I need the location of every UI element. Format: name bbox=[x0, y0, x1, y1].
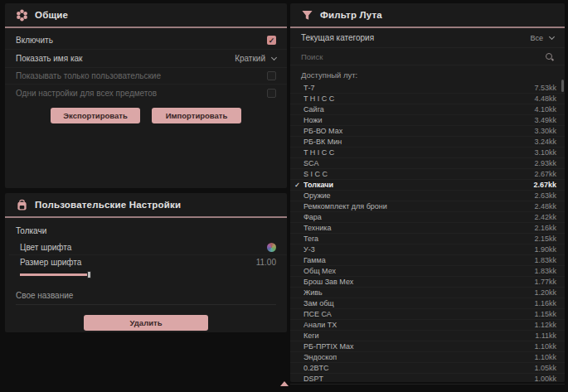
loot-list-item[interactable]: Кеги1.11kk bbox=[290, 331, 565, 341]
loot-item-value: 1.90kk bbox=[534, 245, 556, 254]
loot-item-value: 1.77kk bbox=[534, 278, 556, 286]
loot-list-item[interactable]: T H I C C3.10kk bbox=[290, 148, 565, 158]
loot-item-value: 2.63kk bbox=[534, 191, 556, 200]
loot-list-item[interactable]: Оружие2.63kk bbox=[290, 191, 565, 201]
loot-list-item[interactable]: Техника2.16kk bbox=[290, 223, 565, 234]
loot-item-name: ПСЕ СА bbox=[303, 310, 534, 318]
search-icon[interactable] bbox=[545, 52, 554, 61]
loot-item-value: 1.20kk bbox=[534, 288, 556, 297]
loot-item-value: 2.16kk bbox=[534, 224, 556, 232]
loot-list-item[interactable]: Сайга4.10kk bbox=[290, 104, 565, 115]
loot-item-value: 1.00kk bbox=[534, 375, 556, 383]
panel-title-loot: Фильтр Лута bbox=[320, 10, 382, 20]
loot-list-item[interactable]: Эндоскоп1.10kk bbox=[290, 352, 565, 363]
panel-title-custom: Пользовательские Настройки bbox=[35, 200, 181, 210]
loot-item-name: Толкачи bbox=[303, 181, 533, 189]
loot-item-value: 2.67kk bbox=[534, 170, 556, 178]
loot-list-item[interactable]: Фара2.42kk bbox=[290, 212, 565, 223]
loot-list-item[interactable]: ПСЕ СА1.15kk bbox=[290, 309, 565, 320]
loot-list-item[interactable]: 0.2BTC1.05kk bbox=[290, 363, 565, 374]
loot-list-item[interactable]: SCA2.93kk bbox=[290, 158, 565, 169]
loot-item-value: 1.83kk bbox=[534, 256, 556, 264]
loot-item-name: Гамма bbox=[303, 256, 534, 264]
loot-item-value: 1.16kk bbox=[534, 299, 556, 307]
loot-item-value: 1.10kk bbox=[534, 342, 556, 351]
loot-list-item[interactable]: S I C C2.67kk bbox=[290, 169, 565, 180]
loot-list-item[interactable]: Анали ТХ1.12kk bbox=[290, 320, 565, 331]
loot-list-item[interactable]: Ножи3.49kk bbox=[290, 115, 565, 126]
available-loot-label: Доступный лут: bbox=[290, 65, 565, 83]
loot-item-name: РБ-ВО Мах bbox=[303, 127, 534, 135]
loot-item-value: 2.15kk bbox=[534, 235, 556, 243]
slider-thumb[interactable] bbox=[87, 271, 91, 278]
mod-settings-window: Общие Включить Показать имя как Краткий … bbox=[0, 0, 568, 392]
name-display-dropdown[interactable]: Краткий bbox=[235, 54, 276, 63]
export-button[interactable]: Экспортировать bbox=[51, 108, 140, 123]
scrollbar-thumb[interactable] bbox=[561, 80, 564, 92]
dropdown-value: Краткий bbox=[235, 54, 265, 63]
panel-general: Общие Включить Показать имя как Краткий … bbox=[5, 3, 287, 188]
loot-item-name: Кеги bbox=[303, 332, 535, 340]
setting-label-same-settings: Одни настройки для всех предметов bbox=[16, 89, 157, 98]
loot-list-item[interactable]: РБ-ВО Мах3.30kk bbox=[290, 126, 565, 137]
loot-list-item[interactable]: DSPT1.00kk bbox=[290, 374, 565, 385]
same-settings-checkbox[interactable] bbox=[267, 89, 276, 98]
settings-flower-icon bbox=[16, 9, 28, 22]
loot-item-value: 2.48kk bbox=[534, 202, 556, 211]
category-row: Текущая категория Все bbox=[290, 28, 565, 48]
panel-title-general: Общие bbox=[35, 10, 68, 20]
font-size-slider[interactable] bbox=[20, 271, 276, 278]
loot-item-value: 3.49kk bbox=[534, 116, 556, 124]
collapse-handle-icon[interactable] bbox=[280, 381, 289, 386]
loot-list-item[interactable]: Общ Мех1.83kk bbox=[290, 266, 565, 277]
loot-item-name: SCA bbox=[303, 159, 534, 167]
delete-button[interactable]: Удалить bbox=[84, 315, 208, 331]
loot-list-item[interactable]: РБ-ПРТІХ Мах1.10kk bbox=[290, 341, 565, 352]
panel-general-header: Общие bbox=[5, 3, 287, 28]
loot-item-name: Техника bbox=[303, 224, 534, 232]
general-buttons-row: Экспортировать Импортировать bbox=[5, 108, 287, 123]
loot-item-name: Тега bbox=[303, 235, 534, 243]
funnel-icon bbox=[301, 9, 313, 22]
loot-item-name: У-3 bbox=[303, 245, 534, 254]
loot-list-item[interactable]: ✓Толкачи2.67kk bbox=[290, 180, 565, 191]
loot-item-value: 3.24kk bbox=[534, 138, 556, 146]
loot-list-item[interactable]: Ремкомплект для брони2.48kk bbox=[290, 201, 565, 212]
loot-item-name: S I C C bbox=[303, 170, 534, 178]
search-input[interactable] bbox=[301, 52, 545, 61]
panel-loot-header: Фильтр Лута bbox=[290, 3, 565, 28]
font-size-row: Размер шрифта 11.00 bbox=[9, 255, 287, 269]
backpack-icon bbox=[16, 199, 28, 211]
custom-name-input[interactable] bbox=[16, 288, 276, 305]
loot-list-item[interactable]: T H I C C4.48kk bbox=[290, 94, 565, 104]
setting-label-name-display: Показать имя как bbox=[16, 54, 82, 63]
loot-list-item[interactable]: Зам общ1.16kk bbox=[290, 298, 565, 309]
category-dropdown[interactable]: Все bbox=[530, 34, 554, 42]
loot-item-name: DSPT bbox=[303, 375, 534, 383]
loot-list-item[interactable]: У-31.90kk bbox=[290, 244, 565, 255]
color-wheel-icon[interactable] bbox=[267, 243, 276, 252]
loot-item-name: РБ-ВК Мин bbox=[303, 138, 534, 146]
loot-item-value: 7.53kk bbox=[534, 84, 556, 92]
category-value: Все bbox=[530, 34, 543, 42]
loot-list-item[interactable]: Т-77.53kk bbox=[290, 83, 565, 94]
loot-item-value: 4.10kk bbox=[534, 105, 556, 114]
selected-item-name: Толкачи bbox=[5, 218, 287, 240]
loot-list-item[interactable]: Тега2.15kk bbox=[290, 234, 565, 244]
loot-list: Т-77.53kkT H I C C4.48kkСайга4.10kkНожи3… bbox=[290, 83, 565, 385]
loot-item-value: 1.12kk bbox=[534, 321, 556, 329]
only-custom-checkbox[interactable] bbox=[267, 71, 276, 80]
import-button[interactable]: Импортировать bbox=[152, 108, 241, 123]
loot-list-item[interactable]: Живь1.20kk bbox=[290, 288, 565, 298]
loot-list-item[interactable]: Брош Зав Мех1.77kk bbox=[290, 277, 565, 288]
loot-item-value: 1.83kk bbox=[534, 267, 556, 275]
loot-item-value: 2.42kk bbox=[534, 213, 556, 221]
loot-item-value: 1.05kk bbox=[534, 364, 556, 372]
enable-checkbox[interactable] bbox=[267, 36, 276, 45]
loot-item-name: 0.2BTC bbox=[303, 364, 534, 372]
chevron-down-icon bbox=[549, 33, 555, 39]
loot-item-name: T H I C C bbox=[303, 148, 534, 157]
loot-list-item[interactable]: Гамма1.83kk bbox=[290, 255, 565, 266]
loot-item-value: 4.48kk bbox=[534, 94, 556, 103]
loot-list-item[interactable]: РБ-ВК Мин3.24kk bbox=[290, 137, 565, 148]
